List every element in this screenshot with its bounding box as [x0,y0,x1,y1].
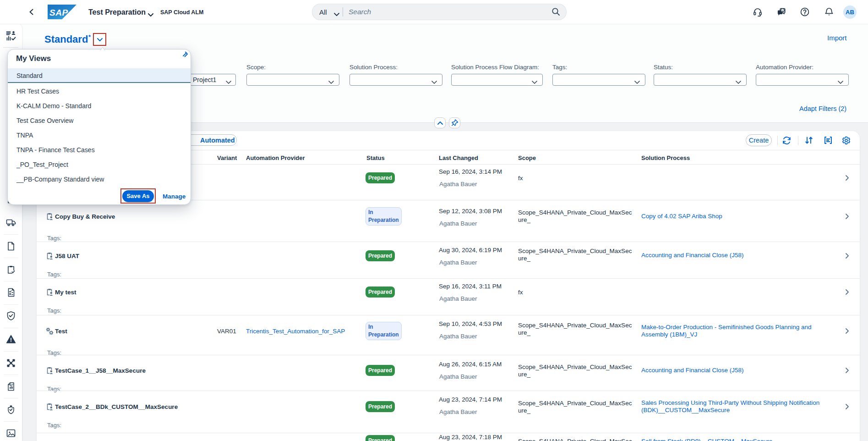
svg-text:SAP: SAP [49,8,68,17]
